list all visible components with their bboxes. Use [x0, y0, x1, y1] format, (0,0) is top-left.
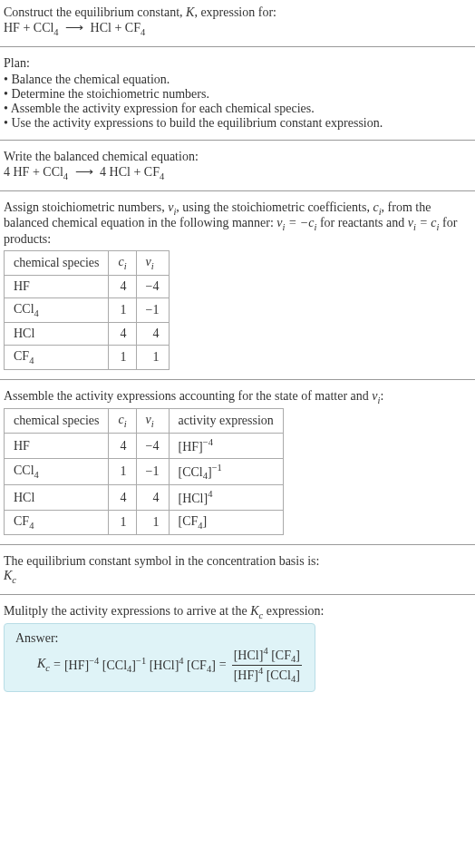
sub: 4: [29, 521, 34, 531]
table-row: HCl 4 4 [HCl]4: [5, 485, 284, 511]
col-species: chemical species: [5, 409, 109, 434]
divider: [0, 594, 475, 595]
balanced-equation: 4 HF + CCl4 ⟶ 4 HCl + CF4: [4, 164, 471, 181]
sub: 4: [29, 356, 34, 366]
cell-nu: 1: [136, 345, 169, 369]
kc-var: Kc: [250, 604, 263, 618]
k-var: K: [186, 5, 194, 19]
final-section: Mulitply the activity expressions to arr…: [0, 599, 475, 698]
col-c: ci: [109, 409, 136, 434]
table-header-row: chemical species ci νi activity expressi…: [5, 409, 284, 434]
coeff-4b: 4: [100, 165, 106, 179]
arrow-icon: ⟶: [62, 21, 87, 34]
k: K: [4, 569, 12, 582]
bend: ]: [203, 514, 208, 528]
sp: CCl: [14, 463, 34, 477]
rule-react: νi = −ci: [276, 216, 316, 229]
exp: 4: [208, 489, 212, 499]
base: [CF: [179, 514, 199, 528]
base: [HF]: [179, 440, 203, 454]
prompt-text-1b: , expression for:: [194, 5, 276, 19]
plan-item: • Assemble the activity expression for e…: [4, 102, 471, 116]
table-header-row: chemical species ci νi: [5, 251, 170, 276]
cell-nu: 1: [136, 510, 169, 534]
cell-c: 4: [109, 485, 136, 511]
sub: 4: [63, 171, 68, 181]
stoich-text: Assign stoichiometric numbers, νi, using…: [4, 200, 471, 248]
react-rhs: HCl + CF: [91, 21, 141, 34]
react-lhs: HF + CCl: [4, 21, 53, 34]
cell-activity: [HCl]4: [169, 485, 283, 511]
cell-species: HCl: [5, 322, 109, 345]
col-activity: activity expression: [169, 409, 283, 434]
cell-c: 4: [109, 434, 136, 459]
base: [CCl: [179, 464, 203, 478]
cell-species: HCl: [5, 485, 109, 511]
sp: CF: [14, 349, 29, 363]
cell-species: HF: [5, 434, 109, 459]
final-heading: Mulitply the activity expressions to arr…: [4, 604, 471, 620]
balanced-heading: Write the balanced chemical equation:: [4, 150, 471, 164]
plan-item: • Balance the chemical equation.: [4, 73, 471, 87]
t1: Assign stoichiometric numbers,: [4, 200, 168, 214]
t2: , using the stoichiometric coefficients,: [176, 200, 373, 214]
divider: [0, 140, 475, 141]
divider: [0, 190, 475, 191]
kc-lhs: Kc: [37, 657, 50, 673]
answer-label: Answer:: [15, 631, 304, 646]
unbalanced-equation: HF + CCl4 ⟶ HCl + CF4: [4, 20, 471, 37]
table-row: CCl4 1 −1: [5, 297, 170, 322]
cell-c: 4: [109, 275, 136, 297]
divider: [0, 544, 475, 545]
fh1: Mulitply the activity expressions to arr…: [4, 604, 250, 618]
kc-basis-section: The equilibrium constant symbol in the c…: [0, 549, 475, 590]
fraction: [HCl]4 [CF4] [HF]4 [CCl4]: [232, 646, 302, 684]
equals: =: [53, 658, 61, 672]
table-row: HCl 4 4: [5, 322, 170, 345]
exp: −4: [203, 437, 213, 447]
fh2: expression:: [263, 604, 324, 618]
c-var: ci: [373, 200, 381, 214]
cell-c: 1: [109, 345, 136, 369]
k: K: [250, 604, 258, 618]
stoich-table: chemical species ci νi HF 4 −4 CCl4 1 −1…: [4, 250, 170, 369]
answer-box: Answer: Kc = [HF]−4 [CCl4]−1 [HCl]4 [CF4…: [4, 623, 315, 692]
reactant-text: HF + CCl4: [4, 21, 59, 34]
sub-4b: 4: [141, 27, 145, 37]
cell-species: CF4: [5, 345, 109, 369]
prompt-text-1: Construct the equilibrium constant,: [4, 5, 186, 19]
cell-nu: −4: [136, 275, 169, 297]
divider: [0, 379, 475, 380]
cell-c: 1: [109, 510, 136, 534]
exp: −1: [212, 463, 222, 473]
nu-var: νi: [168, 200, 176, 214]
col-c: ci: [109, 251, 136, 276]
sub: 4: [160, 171, 164, 181]
act-head: Assemble the activity expressions accoun…: [4, 389, 372, 403]
prompt-section: Construct the equilibrium constant, K, e…: [0, 0, 475, 43]
nu-var: νi: [372, 389, 380, 403]
stoich-section: Assign stoichiometric numbers, νi, using…: [0, 195, 475, 375]
sub-4: 4: [53, 27, 58, 37]
cell-nu: −4: [136, 434, 169, 459]
sub: 4: [34, 470, 39, 480]
cell-species: CF4: [5, 510, 109, 534]
numerator: [HCl]4 [CF4]: [232, 646, 302, 665]
col-nu: νi: [136, 251, 169, 276]
sub: c: [12, 575, 16, 585]
table-row: CF4 1 1: [5, 345, 170, 369]
balanced-section: Write the balanced chemical equation: 4 …: [0, 144, 475, 187]
flat-form: [HF]−4 [CCl4]−1 [HCl]4 [CF4]: [64, 656, 216, 674]
kc-basis-text: The equilibrium constant symbol in the c…: [4, 554, 471, 569]
cell-species: CCl4: [5, 458, 109, 484]
plan-section: Plan: • Balance the chemical equation. •…: [0, 51, 475, 136]
product-text: HCl + CF4: [91, 21, 146, 34]
table-row: CF4 1 1 [CF4]: [5, 510, 284, 534]
plan-list: • Balance the chemical equation. • Deter…: [4, 73, 471, 131]
cell-activity: [CCl4]−1: [169, 458, 283, 484]
table-row: HF 4 −4 [HF]−4: [5, 434, 284, 459]
col-nu: νi: [136, 409, 169, 434]
kc: Kc: [4, 569, 16, 582]
col-species: chemical species: [5, 251, 109, 276]
prompt-line-1: Construct the equilibrium constant, K, e…: [4, 5, 471, 20]
